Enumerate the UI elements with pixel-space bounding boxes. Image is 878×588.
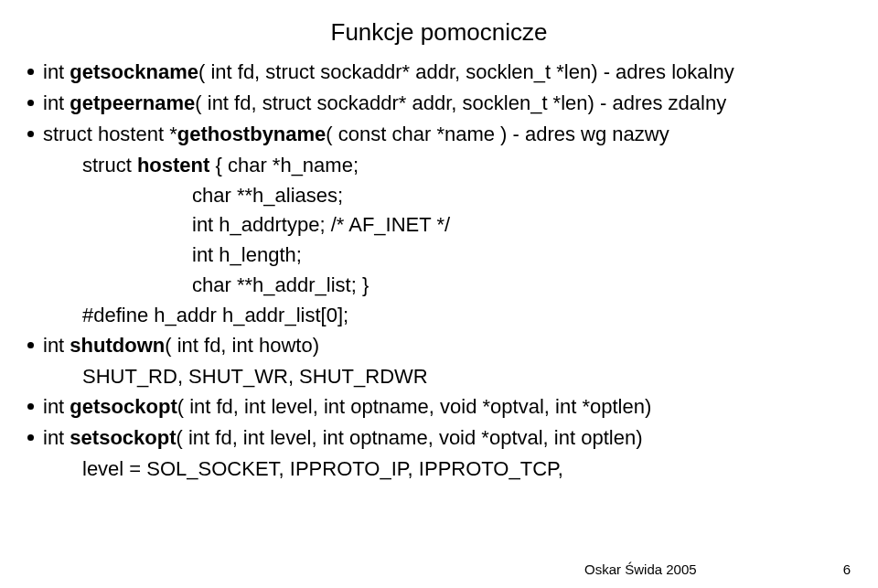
bullet-icon <box>27 434 34 441</box>
text: int <box>43 426 70 449</box>
func-name: getsockopt <box>70 395 177 418</box>
footer-author: Oskar Świda 2005 <box>362 561 843 577</box>
func-name: shutdown <box>70 334 165 357</box>
bullet-icon <box>27 100 34 106</box>
text: int <box>43 91 70 114</box>
func-name: setsockopt <box>70 426 176 449</box>
bullet-icon <box>27 342 34 348</box>
define-line: #define h_addr h_addr_list[0]; <box>27 301 851 330</box>
text: ( int fd, int howto) <box>165 334 319 357</box>
text: ( int fd, struct sockaddr* addr, socklen… <box>198 60 734 83</box>
page-title: Funkcje pomocnicze <box>27 18 851 47</box>
level-line: level = SOL_SOCKET, IPPROTO_IP, IPPROTO_… <box>27 454 851 484</box>
line-text: struct hostent *gethostbyname( const cha… <box>43 120 669 149</box>
struct-field: int h_length; <box>27 241 851 270</box>
text: int <box>43 334 70 357</box>
bullet-icon <box>27 131 34 137</box>
text: ( int fd, struct sockaddr* addr, socklen… <box>195 91 726 114</box>
footer-left <box>27 561 362 577</box>
enum-line: SHUT_RD, SHUT_WR, SHUT_RDWR <box>27 362 851 391</box>
struct-field: char **h_aliases; <box>27 181 851 210</box>
text: struct <box>82 154 137 176</box>
text: { char *h_name; <box>209 154 359 176</box>
line-text: int getsockopt( int fd, int level, int o… <box>43 392 651 422</box>
bullet-item: int getsockname( int fd, struct sockaddr… <box>27 58 851 87</box>
bullet-item: int getsockopt( int fd, int level, int o… <box>27 392 851 422</box>
line-text: int setsockopt( int fd, int level, int o… <box>43 423 642 453</box>
bullet-icon <box>27 403 34 410</box>
slide-content: int getsockname( int fd, struct sockaddr… <box>27 58 851 483</box>
line-text: int shutdown( int fd, int howto) <box>43 331 319 360</box>
bullet-icon <box>27 69 34 75</box>
text: int <box>43 60 70 83</box>
bullet-item: struct hostent *gethostbyname( const cha… <box>27 120 851 149</box>
func-name: gethostbyname <box>177 123 327 145</box>
struct-name: hostent <box>137 154 209 176</box>
text: ( int fd, int level, int optname, void *… <box>177 395 652 418</box>
func-name: getpeername <box>70 91 195 114</box>
footer: Oskar Świda 2005 6 <box>27 561 851 577</box>
struct-field: char **h_addr_list; } <box>27 271 851 300</box>
text: struct hostent * <box>43 123 177 145</box>
bullet-item: int setsockopt( int fd, int level, int o… <box>27 423 851 453</box>
bullet-item: int shutdown( int fd, int howto) <box>27 331 851 360</box>
text: ( const char *name ) - adres wg nazwy <box>326 123 669 145</box>
text: ( int fd, int level, int optname, void *… <box>177 426 643 449</box>
line-text: int getpeername( int fd, struct sockaddr… <box>43 89 726 118</box>
struct-line: struct hostent { char *h_name; <box>27 151 851 180</box>
text: int <box>43 395 70 418</box>
footer-page-number: 6 <box>843 561 851 577</box>
func-name: getsockname <box>70 60 198 83</box>
struct-field: int h_addrtype; /* AF_INET */ <box>27 210 851 240</box>
line-text: int getsockname( int fd, struct sockaddr… <box>43 58 734 87</box>
bullet-item: int getpeername( int fd, struct sockaddr… <box>27 89 851 118</box>
